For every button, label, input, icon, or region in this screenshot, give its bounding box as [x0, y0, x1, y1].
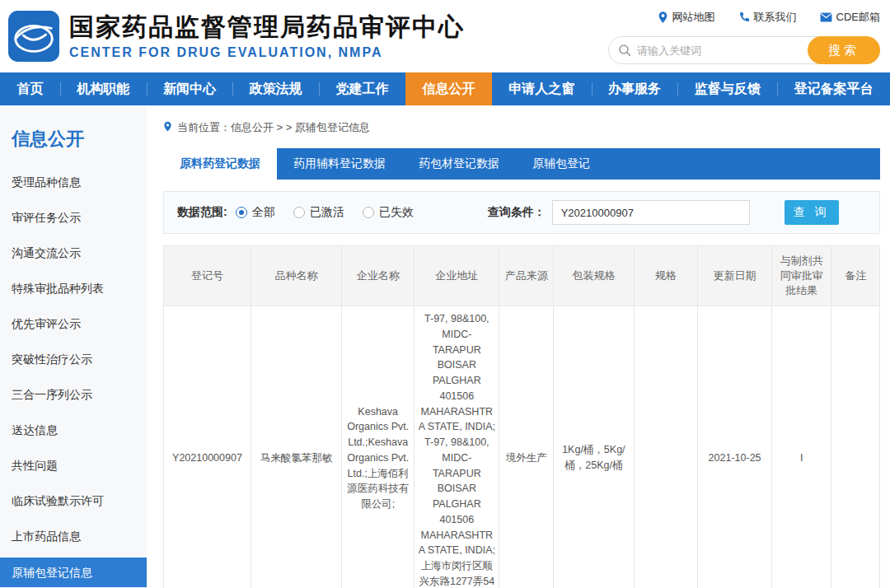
- radio-expired-circle[interactable]: [363, 207, 374, 218]
- sidebar-item-three-in-one[interactable]: 三合一序列公示: [0, 377, 147, 413]
- cell-joint-approval-result: I: [772, 306, 831, 588]
- scope-label: 数据范围:: [177, 205, 227, 220]
- radio-activated-label: 已激活: [310, 205, 344, 220]
- location-pin-icon: [658, 12, 668, 24]
- nav-item-info-disclosure[interactable]: 信息公开: [405, 72, 492, 105]
- cell-company-name: Keshava Organics Pvt. Ltd.;Keshava Organ…: [341, 306, 414, 588]
- cell-product-source: 境外生产: [499, 306, 554, 588]
- sidebar-title: 信息公开: [0, 127, 147, 152]
- sidebar-item-breakthrough-therapy[interactable]: 突破性治疗公示: [0, 342, 147, 377]
- query-condition-label: 查询条件：: [488, 205, 546, 220]
- col-registration-no: 登记号: [164, 246, 251, 306]
- nav-item-registration-platform[interactable]: 登记备案平台: [777, 72, 890, 105]
- cell-spec: [634, 306, 697, 588]
- header-right: 网站地图 联系我们 CDE邮箱: [608, 8, 880, 64]
- main-content: 当前位置：信息公开 > > 原辅包登记信息 原料药登记数据 药用辅料登记数据 药…: [147, 105, 890, 588]
- tab-api-registration-data[interactable]: 原料药登记数据: [163, 148, 277, 180]
- col-joint-approval-result: 与制剂共同审批审批结果: [772, 246, 831, 306]
- col-spec: 规格: [634, 246, 697, 306]
- radio-all-label: 全部: [252, 205, 275, 220]
- sidebar-item-raw-excipient-packaging-registration[interactable]: 原辅包登记信息: [0, 558, 147, 587]
- sidebar-item-communication[interactable]: 沟通交流公示: [0, 236, 147, 271]
- sidebar-item-marketed-drugs[interactable]: 上市药品信息: [0, 519, 147, 554]
- phone-icon: [738, 12, 750, 23]
- radio-activated-circle[interactable]: [293, 207, 305, 218]
- tabbar: 原料药登记数据 药用辅料登记数据 药包材登记数据 原辅包登记: [163, 148, 880, 180]
- cell-package-spec: 1Kg/桶，5Kg/桶，25Kg/桶: [554, 306, 635, 588]
- cell-company-address: T-97, 98&100, MIDC-TARAPUR BOISAR PALGHA…: [415, 306, 499, 588]
- query-button[interactable]: 查 询: [785, 200, 839, 225]
- top-links: 网站地图 联系我们 CDE邮箱: [608, 8, 880, 25]
- radio-expired[interactable]: 已失效: [363, 205, 414, 220]
- nav-item-party[interactable]: 党建工作: [319, 72, 405, 105]
- tab-excipient-registration-data[interactable]: 药用辅料登记数据: [277, 148, 402, 180]
- table-header-row: 登记号 品种名称 企业名称 企业地址 产品来源 包装规格 规格 更新日期 与制剂…: [164, 246, 880, 306]
- nav-item-applicant[interactable]: 申请人之窗: [492, 72, 592, 105]
- radio-activated[interactable]: 已激活: [293, 205, 344, 220]
- mailbox-link[interactable]: CDE邮箱: [820, 10, 880, 25]
- contact-link[interactable]: 联系我们: [738, 10, 797, 25]
- mailbox-label: CDE邮箱: [836, 10, 880, 25]
- col-package-spec: 包装规格: [554, 246, 635, 306]
- col-company-name: 企业名称: [341, 246, 414, 306]
- sidebar-item-accepted-varieties[interactable]: 受理品种信息: [0, 165, 147, 200]
- query-condition-input[interactable]: [552, 200, 750, 225]
- body: 信息公开 受理品种信息 审评任务公示 沟通交流公示 特殊审批品种列表 优先审评公…: [0, 105, 890, 588]
- sidebar-item-priority-review[interactable]: 优先审评公示: [0, 306, 147, 342]
- search-box: 搜索: [608, 36, 880, 64]
- nav-item-services[interactable]: 办事服务: [592, 72, 678, 105]
- nav-item-news[interactable]: 新闻中心: [147, 72, 233, 105]
- sitemap-link[interactable]: 网站地图: [658, 10, 715, 25]
- sidebar-item-special-approval[interactable]: 特殊审批品种列表: [0, 271, 147, 306]
- contact-label: 联系我们: [754, 10, 797, 25]
- sidebar-item-delivery-info[interactable]: 送达信息: [0, 413, 147, 448]
- cell-update-date: 2021-10-25: [697, 306, 771, 588]
- nav-item-feedback[interactable]: 监督与反馈: [677, 72, 777, 105]
- sitemap-label: 网站地图: [672, 10, 715, 25]
- sidebar: 信息公开 受理品种信息 审评任务公示 沟通交流公示 特殊审批品种列表 优先审评公…: [0, 105, 147, 588]
- cell-remark: [831, 306, 880, 588]
- tab-raw-excipient-packaging[interactable]: 原辅包登记: [516, 148, 607, 180]
- site-title: 国家药品监督管理局药品审评中心: [69, 12, 465, 42]
- nav-item-functions[interactable]: 机构职能: [60, 72, 147, 105]
- cde-logo-icon: [8, 11, 59, 62]
- search-button[interactable]: 搜索: [808, 36, 880, 64]
- nav-item-home[interactable]: 首页: [0, 72, 60, 105]
- site-header: 国家药品监督管理局药品审评中心 CENTER FOR DRUG EVALUATI…: [0, 0, 890, 72]
- col-remark: 备注: [831, 246, 880, 306]
- title-block: 国家药品监督管理局药品审评中心 CENTER FOR DRUG EVALUATI…: [69, 12, 465, 60]
- cell-variety-name: 马来酸氯苯那敏: [251, 306, 341, 588]
- site-subtitle: CENTER FOR DRUG EVALUATION, NMPA: [69, 45, 465, 60]
- nav-item-policy[interactable]: 政策法规: [232, 72, 319, 105]
- cell-registration-no: Y20210000907: [164, 306, 251, 588]
- filter-bar: 数据范围: 全部 已激活 已失效 查询条件：: [163, 191, 880, 234]
- col-company-address: 企业地址: [415, 246, 499, 306]
- radio-expired-label: 已失效: [379, 205, 414, 220]
- col-variety-name: 品种名称: [251, 246, 341, 306]
- col-product-source: 产品来源: [499, 246, 554, 306]
- table-row: Y20210000907 马来酸氯苯那敏 Keshava Organics Pv…: [164, 306, 880, 588]
- breadcrumb: 当前位置：信息公开 > > 原辅包登记信息: [163, 120, 880, 135]
- page: 国家药品监督管理局药品审评中心 CENTER FOR DRUG EVALUATI…: [0, 0, 890, 588]
- col-update-date: 更新日期: [697, 246, 771, 306]
- sidebar-item-review-tasks[interactable]: 审评任务公示: [0, 200, 147, 236]
- sidebar-item-common-issues[interactable]: 共性问题: [0, 448, 147, 483]
- breadcrumb-text: 当前位置：信息公开 > > 原辅包登记信息: [177, 120, 370, 135]
- search-icon: [618, 44, 631, 60]
- radio-all-circle[interactable]: [236, 207, 247, 218]
- breadcrumb-pin-icon: [163, 121, 172, 135]
- mail-icon: [820, 12, 832, 22]
- registration-table: 登记号 品种名称 企业名称 企业地址 产品来源 包装规格 规格 更新日期 与制剂…: [163, 245, 880, 588]
- radio-all[interactable]: 全部: [236, 205, 275, 220]
- main-nav: 首页 机构职能 新闻中心 政策法规 党建工作 信息公开 申请人之窗 办事服务 监…: [0, 72, 890, 105]
- scope-radio-group: 全部 已激活 已失效: [236, 205, 414, 220]
- sidebar-item-clinical-trial-implied-license[interactable]: 临床试验默示许可: [0, 483, 147, 519]
- tab-packaging-material-registration-data[interactable]: 药包材登记数据: [402, 148, 516, 180]
